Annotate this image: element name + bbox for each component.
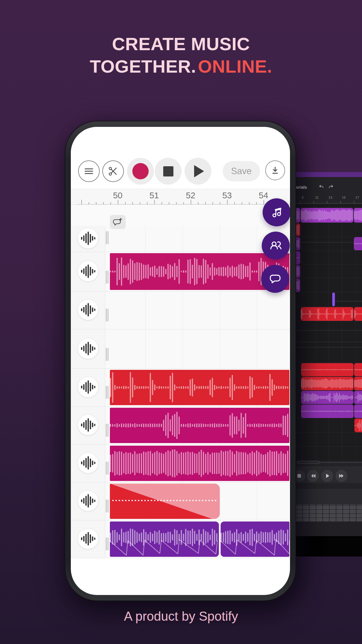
download-button[interactable] — [265, 160, 285, 180]
desktop-transport-bar — [296, 466, 362, 483]
audio-clip[interactable] — [354, 237, 362, 250]
undo-icon[interactable] — [318, 184, 324, 190]
track-resize-handle[interactable] — [106, 386, 109, 399]
track-instrument-button[interactable] — [78, 528, 99, 549]
audio-clip[interactable] — [301, 208, 353, 223]
audio-clip[interactable] — [221, 522, 289, 557]
clip-automation-dots — [112, 500, 218, 501]
audio-clip[interactable] — [354, 363, 362, 376]
ruler-tick — [161, 202, 162, 204]
music-note-icon — [269, 205, 284, 220]
grid-line — [296, 404, 362, 404]
ruler-tick — [183, 202, 184, 204]
ruler-tick — [220, 202, 220, 204]
audio-clip[interactable] — [296, 237, 300, 250]
rewind-button[interactable] — [307, 470, 319, 482]
stop-icon — [296, 472, 303, 480]
tutorials-link[interactable]: torials — [296, 185, 307, 190]
promo-page: CREATE MUSIC TOGETHER.ONLINE. torials 91… — [0, 0, 362, 644]
waveform-icon — [81, 264, 95, 279]
ruler-label: 17 — [355, 196, 359, 199]
redo-icon[interactable] — [328, 184, 334, 190]
phone-screen: Save 5051525354 — [71, 127, 290, 595]
ruler-label: 53 — [222, 191, 232, 200]
track-instrument-button[interactable] — [78, 452, 99, 473]
ruler-tick — [354, 201, 354, 204]
audio-clip[interactable] — [354, 377, 362, 390]
track-resize-handle[interactable] — [106, 309, 109, 321]
track-instrument-button[interactable] — [78, 228, 99, 249]
audio-clip[interactable] — [110, 484, 220, 519]
stop-button[interactable] — [155, 158, 182, 185]
ruler-tick — [191, 200, 191, 204]
track-instrument-button[interactable] — [78, 261, 99, 282]
footer-text: A product by Spotify — [0, 609, 362, 624]
track-resize-handle[interactable] — [106, 271, 109, 284]
audio-clip[interactable] — [301, 391, 354, 404]
audio-clip[interactable] — [110, 408, 289, 443]
audio-clip[interactable] — [110, 522, 219, 557]
track-instrument-button[interactable] — [78, 414, 99, 435]
menu-button[interactable] — [78, 160, 100, 182]
add-comment-icon — [113, 217, 123, 227]
split-tool-button[interactable] — [102, 160, 124, 182]
rewind-icon — [309, 472, 317, 480]
track-row — [71, 226, 290, 252]
audio-clip[interactable] — [301, 377, 354, 390]
ruler-tick — [205, 202, 206, 204]
track-resize-handle[interactable] — [106, 462, 109, 475]
track-instrument-button[interactable] — [78, 377, 99, 398]
waveform-icon — [81, 531, 95, 546]
audio-clip[interactable] — [110, 370, 289, 405]
ruler-tick — [256, 202, 257, 204]
waveform-icon — [81, 455, 95, 470]
audio-clip[interactable] — [296, 223, 300, 236]
audio-clip[interactable] — [354, 419, 362, 432]
scrollbar-thumb[interactable] — [297, 461, 320, 464]
track-resize-handle[interactable] — [106, 231, 109, 244]
play-icon — [194, 165, 204, 177]
track-instrument-button[interactable] — [78, 299, 99, 320]
automation-line — [296, 242, 362, 242]
chat-fab[interactable] — [261, 265, 289, 293]
loops-fab[interactable] — [263, 198, 290, 226]
track-resize-handle[interactable] — [106, 348, 109, 361]
track-instrument-button[interactable] — [78, 338, 99, 359]
track-resize-handle[interactable] — [106, 538, 109, 550]
audio-clip[interactable] — [301, 363, 354, 376]
audio-clip[interactable] — [301, 405, 354, 418]
save-button[interactable]: Save — [223, 161, 260, 181]
ruler-tick — [140, 202, 140, 204]
record-button[interactable] — [127, 158, 154, 185]
horizontal-scrollbar[interactable] — [296, 461, 362, 464]
track-resize-handle[interactable] — [106, 424, 109, 437]
track-resize-handle[interactable] — [106, 500, 109, 512]
audio-clip[interactable] — [296, 208, 300, 223]
grid-line — [296, 278, 362, 278]
desktop-header: torials — [296, 177, 362, 195]
collaborators-fab[interactable] — [262, 232, 290, 260]
add-comment-button[interactable] — [110, 215, 126, 229]
playhead[interactable] — [332, 293, 335, 306]
stop-button[interactable] — [296, 470, 305, 482]
desktop-timeline-ruler: 911131517 — [296, 195, 362, 204]
stop-icon — [163, 166, 173, 176]
play-button[interactable] — [184, 158, 211, 185]
audio-clip[interactable] — [296, 279, 300, 292]
audio-clip[interactable] — [354, 391, 362, 404]
audio-clip[interactable] — [296, 251, 300, 264]
audio-clip[interactable] — [354, 208, 362, 223]
ruler-tick — [89, 202, 89, 204]
fast-forward-icon — [338, 472, 345, 480]
audio-clip[interactable] — [354, 405, 362, 418]
play-button[interactable] — [321, 470, 333, 482]
audio-clip[interactable] — [301, 307, 354, 321]
track-instrument-button[interactable] — [78, 490, 99, 511]
audio-clip[interactable] — [354, 307, 362, 321]
audio-clip[interactable] — [296, 265, 300, 278]
audio-clip[interactable] — [110, 446, 289, 481]
phone-track-area — [71, 226, 290, 558]
fast-forward-button[interactable] — [335, 470, 347, 482]
ruler-tick — [249, 202, 249, 204]
ruler-label: 54 — [259, 191, 268, 200]
